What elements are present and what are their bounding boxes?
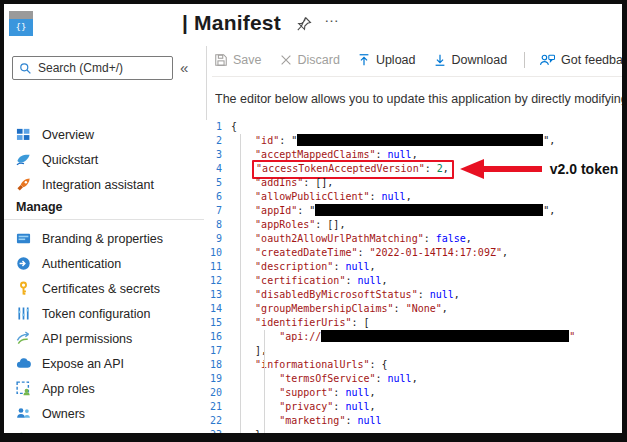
sidebar-item-api-permissions[interactable]: API permissions xyxy=(4,326,207,351)
editor-line: 10 "createdDateTime": "2022-01-14T14:17:… xyxy=(204,246,622,260)
code-token: "appRoles" xyxy=(255,219,315,230)
owners-icon xyxy=(16,406,32,422)
api-permissions-icon xyxy=(16,331,32,347)
sidebar-item-quickstart[interactable]: Quickstart xyxy=(4,147,207,172)
sidebar-item-label: Owners xyxy=(42,407,85,421)
got-feedback-button[interactable]: Got feedback? xyxy=(539,53,622,67)
line-number: 4 xyxy=(204,162,231,176)
sidebar: « OverviewQuickstartIntegration assistan… xyxy=(4,46,207,433)
more-menu-icon[interactable]: … xyxy=(324,8,340,25)
code-token: "informationalUrls" xyxy=(255,359,369,370)
line-number: 5 xyxy=(204,176,231,190)
code-token: "accessTokenAcceptedVersion" xyxy=(256,163,425,174)
line-number: 6 xyxy=(204,190,231,204)
sidebar-item-app-roles[interactable]: App roles xyxy=(4,376,207,401)
indent-guide xyxy=(264,330,265,433)
code-token: "createdDateTime" xyxy=(255,247,357,258)
editor-line: 8 "appRoles": [], xyxy=(204,218,622,232)
sidebar-item-certificates-secrets[interactable]: Certificates & secrets xyxy=(4,276,207,301)
code-line: "id": "", xyxy=(231,134,555,148)
code-token: : xyxy=(333,387,345,398)
sidebar-item-overview[interactable]: Overview xyxy=(4,122,207,147)
feedback-icon xyxy=(539,53,556,67)
sidebar-item-branding-properties[interactable]: Branding & properties xyxy=(4,226,207,251)
toolbar-separator xyxy=(524,52,525,68)
code-token: ", xyxy=(543,135,555,146)
code-line: "identifierUris": [ xyxy=(231,316,369,330)
code-token: ", xyxy=(543,205,555,216)
download-button[interactable]: Download xyxy=(433,53,508,67)
pin-icon[interactable] xyxy=(296,16,314,34)
code-token: null xyxy=(357,415,381,426)
sidebar-item-label: API permissions xyxy=(42,332,132,346)
code-token: "addIns" xyxy=(255,177,303,188)
code-token: : xyxy=(333,261,345,272)
code-line: "support": null, xyxy=(231,386,376,400)
authentication-icon xyxy=(16,256,32,272)
discard-button[interactable]: Discard xyxy=(279,53,340,67)
code-token: , xyxy=(454,289,460,300)
code-token: : { xyxy=(369,359,387,370)
code-token: "2022-01-14T14:17:09Z" xyxy=(370,247,502,258)
code-token xyxy=(231,261,255,272)
code-line: "privacy": null, xyxy=(231,400,376,414)
manifest-json-editor[interactable]: 1{2 "id": "",3 "acceptMappedClaims": nul… xyxy=(204,120,622,433)
code-token: "api:// xyxy=(279,331,321,342)
download-icon xyxy=(433,53,447,67)
sidebar-nav: OverviewQuickstartIntegration assistantM… xyxy=(4,122,207,433)
token-configuration-icon xyxy=(16,306,32,322)
editor-line: 20 "support": null, xyxy=(204,386,622,400)
code-token: "disabledByMicrosoftStatus" xyxy=(255,289,418,300)
indent-guide xyxy=(240,134,241,433)
code-token: : xyxy=(345,275,357,286)
editor-line: 15 "identifierUris": [ xyxy=(204,316,622,330)
search-icon xyxy=(19,62,32,75)
editor-line: 1{ xyxy=(204,120,622,134)
code-line: "api://" xyxy=(231,330,575,344)
code-token: : [], xyxy=(315,219,345,230)
upload-button[interactable]: Upload xyxy=(357,53,416,67)
sidebar-item-label: App roles xyxy=(42,382,95,396)
sidebar-item-owners[interactable]: Owners xyxy=(4,401,207,426)
annotation: v2.0 token xyxy=(460,162,618,176)
line-number: 23 xyxy=(204,428,231,433)
editor-line: 22 "marketing": null xyxy=(204,414,622,428)
line-number: 16 xyxy=(204,330,231,344)
sidebar-item-label: Integration assistant xyxy=(42,178,154,192)
editor-line: 17 ], xyxy=(204,344,622,358)
code-token: "oauth2AllowUrlPathMatching" xyxy=(255,233,424,244)
code-token: , xyxy=(370,401,376,412)
code-token: null xyxy=(357,275,381,286)
sidebar-section-divider xyxy=(4,219,207,220)
sidebar-item-token-configuration[interactable]: Token configuration xyxy=(4,301,207,326)
redaction-bar xyxy=(315,204,543,216)
toolbar-button-label: Upload xyxy=(376,53,416,67)
code-line: "informationalUrls": { xyxy=(231,358,388,372)
sidebar-item-label: Expose an API xyxy=(42,357,124,371)
annotation-arrow-tail xyxy=(484,166,542,172)
sidebar-item-roles-and-administrators[interactable]: Roles and administrators xyxy=(4,426,207,433)
toolbar-button-label: Got feedback? xyxy=(561,53,622,67)
code-token: , xyxy=(442,303,448,314)
code-token: null xyxy=(382,191,406,202)
overview-icon xyxy=(16,127,32,143)
code-token: : [ xyxy=(351,317,369,328)
editor-lines: 1{2 "id": "",3 "acceptMappedClaims": nul… xyxy=(204,120,622,433)
line-number: 21 xyxy=(204,400,231,414)
line-number: 14 xyxy=(204,302,231,316)
editor-line: 13 "disabledByMicrosoftStatus": null, xyxy=(204,288,622,302)
code-line: ], xyxy=(231,344,267,358)
sidebar-item-integration-assistant[interactable]: Integration assistant xyxy=(4,172,207,197)
sidebar-item-authentication[interactable]: Authentication xyxy=(4,251,207,276)
search-input[interactable] xyxy=(36,60,168,76)
code-line: "addIns": [], xyxy=(231,176,333,190)
code-token: : xyxy=(424,233,436,244)
editor-line: 21 "privacy": null, xyxy=(204,400,622,414)
code-token xyxy=(231,401,279,412)
editor-line: 11 "description": null, xyxy=(204,260,622,274)
save-button[interactable]: Save xyxy=(214,53,262,67)
sidebar-item-expose-an-api[interactable]: Expose an API xyxy=(4,351,207,376)
collapse-sidebar-icon[interactable]: « xyxy=(180,59,188,76)
code-line: "groupMembershipClaims": "None", xyxy=(231,302,448,316)
code-token: , xyxy=(502,247,508,258)
